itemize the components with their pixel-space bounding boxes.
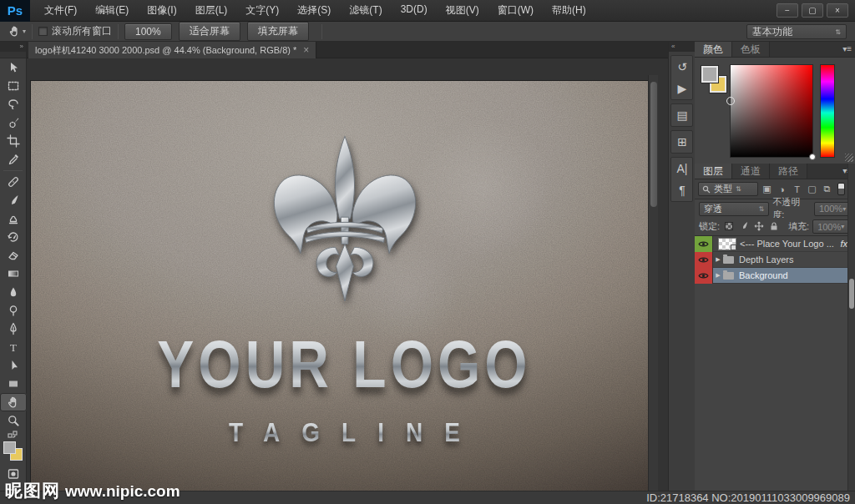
tools-collapse-icon[interactable]: »	[0, 42, 26, 52]
menu-image[interactable]: 图像(I)	[139, 0, 184, 21]
scroll-all-windows-checkbox[interactable]	[38, 27, 48, 36]
rectangle-shape-tool[interactable]	[0, 375, 27, 393]
scroll-all-windows-option[interactable]: 滚动所有窗口	[38, 24, 112, 38]
brush-tool[interactable]	[0, 191, 27, 209]
path-selection-tool[interactable]	[0, 356, 27, 375]
blend-mode-dropdown[interactable]: 穿透 ⇅	[699, 202, 769, 216]
menu-window[interactable]: 窗口(W)	[490, 0, 541, 21]
hand-tool[interactable]	[0, 393, 27, 411]
zoom-tool[interactable]	[0, 411, 27, 430]
character-panel-icon[interactable]: A|	[671, 158, 693, 179]
menu-view[interactable]: 视图(V)	[438, 0, 487, 21]
hue-slider[interactable]	[820, 64, 835, 158]
menu-3d[interactable]: 3D(D)	[393, 0, 435, 21]
menu-filter[interactable]: 滤镜(T)	[341, 0, 389, 21]
layer-visibility-toggle[interactable]	[695, 252, 713, 268]
history-brush-tool[interactable]	[0, 228, 27, 246]
paragraph-panel-icon[interactable]: ¶	[671, 179, 693, 201]
workspace-selector[interactable]: 基本功能 ⇅	[746, 24, 847, 39]
zoom-100-button[interactable]: 100%	[124, 23, 172, 40]
menu-edit[interactable]: 编辑(E)	[88, 0, 136, 21]
spot-healing-brush-tool[interactable]	[0, 173, 27, 191]
swap-colors-control[interactable]	[0, 430, 27, 440]
group-expander-icon[interactable]: ▶	[713, 272, 723, 279]
filter-toggle-switch[interactable]	[837, 183, 845, 195]
actions-panel-icon[interactable]: ▶	[671, 78, 693, 99]
layers-scrollbar[interactable]	[847, 164, 855, 491]
filter-shape-layers-icon[interactable]: ▢	[806, 184, 818, 194]
tab-swatches[interactable]: 色板	[732, 42, 770, 57]
saturation-brightness-field[interactable]	[730, 64, 813, 158]
menu-layer[interactable]: 图层(L)	[188, 0, 235, 21]
type-tool[interactable]: T	[0, 338, 27, 356]
dodge-tool[interactable]	[0, 301, 27, 320]
layer-visibility-toggle[interactable]	[695, 268, 713, 284]
tools-grip[interactable]	[0, 52, 26, 58]
layer-visibility-toggle[interactable]	[695, 236, 713, 252]
quick-selection-tool[interactable]	[0, 113, 27, 132]
pen-tool[interactable]	[0, 320, 27, 338]
color-swatches-control[interactable]	[0, 440, 27, 465]
color-field-cursor[interactable]	[726, 97, 735, 105]
restore-button[interactable]: ▢	[802, 3, 823, 18]
layer-row-background[interactable]: ▶ Background	[695, 268, 855, 284]
layer-row-logo[interactable]: <--- Place Your Logo ... fx ▾	[695, 236, 855, 252]
layer-name[interactable]: Depth Layers	[739, 255, 855, 265]
fit-screen-button[interactable]: 适合屏幕	[179, 22, 240, 41]
canvas-scrollbar-thumb[interactable]	[650, 82, 657, 207]
menu-help[interactable]: 帮助(H)	[544, 0, 594, 21]
tab-close-icon[interactable]: ×	[303, 44, 309, 56]
menu-type[interactable]: 文字(Y)	[238, 0, 286, 21]
filter-type-layers-icon[interactable]: T	[791, 184, 803, 194]
eyedropper-tool[interactable]	[0, 150, 27, 169]
smart-object-thumbnail[interactable]	[718, 238, 736, 250]
layer-name[interactable]: <--- Place Your Logo ...	[740, 239, 838, 249]
tab-paths[interactable]: 路径	[770, 164, 807, 179]
fill-dropdown[interactable]: 100% ▾	[812, 219, 849, 234]
layer-row-depth-layers[interactable]: ▶ Depth Layers	[695, 252, 855, 268]
document-tab[interactable]: logo样机41240 3000 2000.psd @ 44.4% (Backg…	[28, 42, 316, 58]
panel-menu-icon[interactable]: ▾≡	[842, 44, 852, 53]
lock-transparency-icon[interactable]	[723, 222, 735, 232]
rectangular-marquee-tool[interactable]	[0, 77, 27, 95]
lasso-tool[interactable]	[0, 95, 27, 113]
tab-channels[interactable]: 通道	[732, 164, 770, 179]
foreground-color-swatch[interactable]	[3, 441, 16, 454]
fill-caret-icon: ▾	[841, 223, 844, 230]
fill-screen-button[interactable]: 填充屏幕	[247, 22, 309, 41]
layer-comps-panel-icon[interactable]: ▤	[671, 104, 693, 126]
menu-file[interactable]: 文件(F)	[37, 0, 84, 21]
properties-panel-icon[interactable]: ⊞	[671, 131, 693, 153]
layers-scrollbar-thumb[interactable]	[849, 279, 854, 309]
layer-name[interactable]: Background	[739, 270, 855, 280]
kind-filter-dropdown[interactable]: 类型 ⇅	[698, 182, 758, 196]
lock-image-icon[interactable]	[738, 221, 750, 233]
eraser-tool[interactable]	[0, 246, 27, 265]
layer-fx-badge[interactable]: fx	[840, 239, 847, 249]
menu-select[interactable]: 选择(S)	[290, 0, 338, 21]
group-expander-icon[interactable]: ▶	[713, 256, 723, 263]
tab-layers[interactable]: 图层	[695, 164, 732, 179]
dock-collapse-icon[interactable]: «	[669, 42, 695, 52]
hand-tool-option[interactable]: ▾	[8, 25, 26, 38]
close-button[interactable]: ×	[827, 3, 848, 18]
filter-smart-objects-icon[interactable]: ⧉	[821, 184, 833, 194]
filter-adjustment-layers-icon[interactable]: ◑	[776, 184, 788, 194]
kind-filter-label: 类型	[714, 183, 732, 195]
opacity-dropdown[interactable]: 100% ▾	[814, 202, 851, 216]
crop-tool[interactable]	[0, 132, 27, 150]
gradient-tool[interactable]	[0, 265, 27, 283]
history-panel-icon[interactable]: ↺	[671, 56, 693, 78]
clone-stamp-tool[interactable]	[0, 209, 27, 228]
blur-tool[interactable]	[0, 283, 27, 301]
canvas-image[interactable]: YOUR LOGO TAGLINE	[31, 81, 658, 491]
tab-color[interactable]: 颜色	[695, 42, 732, 57]
canvas-vertical-scrollbar[interactable]	[648, 75, 658, 491]
panel-resize-grip[interactable]	[845, 154, 853, 162]
panel-foreground-swatch[interactable]	[701, 66, 718, 83]
minimize-button[interactable]: −	[777, 3, 798, 18]
filter-pixel-layers-icon[interactable]: ▣	[761, 184, 773, 194]
lock-position-icon[interactable]	[753, 221, 765, 233]
move-tool[interactable]	[0, 58, 27, 77]
lock-all-icon[interactable]	[768, 221, 780, 233]
